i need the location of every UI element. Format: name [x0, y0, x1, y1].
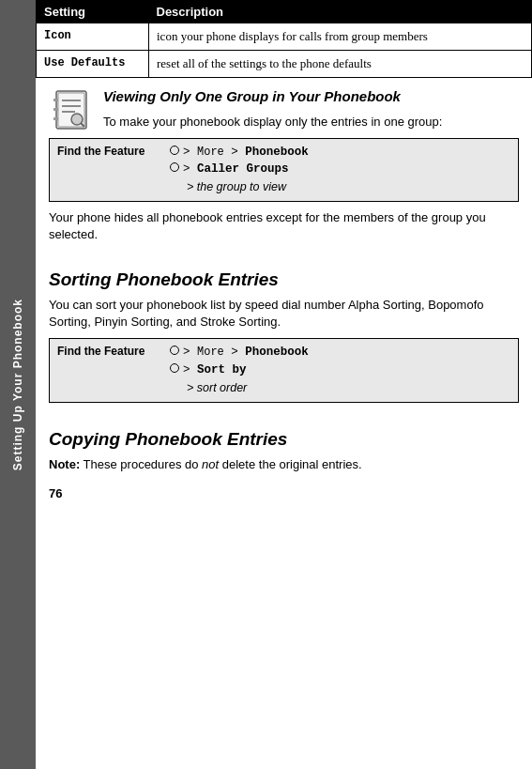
circle-icon — [170, 146, 179, 155]
note-end: delete the original entries. — [219, 457, 361, 471]
find-feature-steps-1: > More > Phonebook > Caller Groups > the… — [162, 139, 316, 201]
find-feature-box-2: Find the Feature > More > Phonebook > So… — [49, 338, 519, 402]
section-sorting: Sorting Phonebook Entries You can sort y… — [36, 260, 532, 419]
step-text: > More > Phonebook — [183, 144, 309, 161]
step-line: > sort order — [170, 379, 309, 397]
note-italic: not — [202, 457, 219, 471]
setting-desc-1: icon your phone displays for calls from … — [149, 23, 532, 51]
find-feature-steps-2: > More > Phonebook > Sort by > sort orde… — [162, 339, 316, 401]
step-text: > the group to view — [187, 178, 286, 196]
step-line: > the group to view — [170, 178, 309, 196]
table-row: Icon icon your phone displays for calls … — [37, 23, 532, 51]
note-body: These procedures do — [80, 457, 202, 471]
section1-body: To make your phonebook display only the … — [49, 114, 519, 131]
circle-icon — [170, 363, 179, 373]
page-number-bar: 76 — [36, 483, 532, 504]
table-row: Use Defaults reset all of the settings t… — [37, 51, 532, 78]
step-text: > Caller Groups — [183, 161, 289, 178]
col-description: Description — [149, 1, 532, 23]
find-feature-label-1: Find the Feature — [50, 139, 162, 163]
step-line: > More > Phonebook — [170, 344, 309, 361]
phonebook-icon — [49, 87, 94, 132]
find-feature-box-1: Find the Feature > More > Phonebook > Ca… — [49, 138, 519, 202]
section2-body: You can sort your phonebook list by spee… — [49, 297, 519, 331]
step-text: > sort order — [187, 379, 247, 397]
section1-body2: Your phone hides all phonebook entries e… — [49, 209, 519, 243]
step-line: > Sort by — [170, 361, 309, 379]
settings-table: Setting Description Icon icon your phone… — [36, 0, 532, 78]
step-line: > Caller Groups — [170, 161, 309, 178]
col-setting: Setting — [37, 1, 149, 23]
circle-icon — [170, 162, 179, 172]
step-text: > Sort by — [183, 361, 247, 379]
circle-icon — [170, 346, 179, 355]
sidebar: Setting Up Your Phonebook — [0, 0, 36, 769]
main-content: Setting Description Icon icon your phone… — [36, 0, 532, 769]
section3-title: Copying Phonebook Entries — [49, 429, 519, 451]
section-copying: Copying Phonebook Entries Note: These pr… — [36, 420, 532, 483]
section3-note: Note: These procedures do not delete the… — [49, 456, 519, 473]
step-text: > More > Phonebook — [183, 344, 309, 361]
sidebar-label: Setting Up Your Phonebook — [11, 299, 24, 470]
step-line: > More > Phonebook — [170, 144, 309, 161]
svg-rect-9 — [53, 117, 58, 120]
note-label: Note: — [49, 457, 80, 471]
setting-name-1: Icon — [37, 23, 149, 51]
section2-title: Sorting Phonebook Entries — [49, 269, 519, 291]
svg-rect-8 — [53, 108, 58, 111]
section1-title: Viewing Only One Group in Your Phonebook — [49, 87, 519, 106]
section-viewing-group: Viewing Only One Group in Your Phonebook… — [36, 78, 532, 260]
svg-rect-7 — [53, 99, 58, 101]
setting-desc-2: reset all of the settings to the phone d… — [149, 51, 532, 78]
page-number: 76 — [49, 486, 62, 500]
find-feature-label-2: Find the Feature — [50, 339, 162, 363]
setting-name-2: Use Defaults — [37, 51, 149, 78]
